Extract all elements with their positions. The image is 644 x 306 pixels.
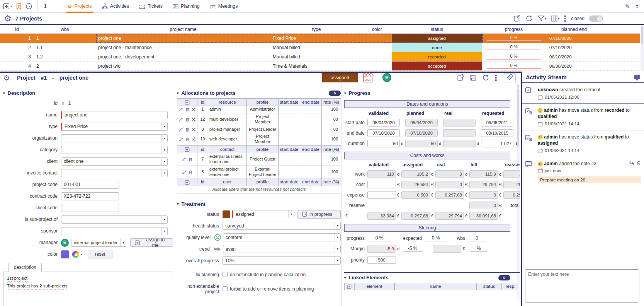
filter-icon[interactable]: ▾ [537, 15, 546, 22]
in-progress-button[interactable]: in progress [297, 210, 341, 219]
delete-icon[interactable] [185, 117, 190, 122]
edit-icon[interactable] [182, 157, 187, 162]
expense-validated-field[interactable] [367, 191, 396, 199]
collapse-triangle-icon[interactable]: ▾ [3, 91, 5, 95]
sub-project-select[interactable]: ▾ [61, 215, 168, 224]
quality-level-select[interactable]: ▾ [223, 233, 341, 241]
end-requested-field[interactable] [481, 129, 513, 137]
delete-icon[interactable] [188, 170, 193, 174]
non-extendable-checkbox[interactable] [223, 286, 228, 291]
collapse-triangle-icon[interactable]: ▾ [177, 91, 179, 95]
color-wheel-icon[interactable] [72, 251, 79, 258]
client-code-field[interactable] [61, 204, 119, 212]
chevron-down-icon[interactable]: ▾ [161, 135, 167, 142]
table-scrollbar[interactable] [641, 26, 644, 71]
chevron-down-icon[interactable]: ▾ [161, 123, 167, 130]
list-menu-kebab-icon[interactable] [564, 15, 566, 22]
new-element-caret-icon[interactable]: ▾ [10, 5, 12, 8]
chevron-down-icon[interactable]: ▾ [335, 222, 340, 229]
chevron-down-icon[interactable]: ▾ [335, 257, 340, 264]
add-contact-button[interactable] [185, 147, 190, 152]
columns-icon[interactable]: ▾ [551, 15, 559, 22]
project-code-field[interactable] [61, 181, 119, 189]
edit-icon[interactable] [179, 107, 184, 112]
category-select[interactable]: ▾ [61, 146, 168, 154]
priority-field[interactable] [367, 256, 396, 264]
add-project-icon[interactable] [513, 15, 521, 22]
client-select[interactable]: ▾ [61, 157, 168, 166]
name-field[interactable] [61, 111, 168, 119]
color-caret-icon[interactable]: ▾ [81, 253, 82, 256]
health-status-select[interactable]: ▾ [223, 222, 341, 230]
save-icon[interactable] [470, 74, 477, 81]
collapse-triangle-icon[interactable]: ▾ [344, 276, 346, 280]
assign-to-me-button[interactable]: assign to me [130, 238, 173, 247]
edit-pencil-icon[interactable]: ✎ [625, 3, 630, 10]
trend-select[interactable]: ▾ [223, 245, 341, 253]
collapse-expand-spinner[interactable]: ▲▼ [636, 3, 639, 9]
edit-icon[interactable] [179, 127, 184, 132]
transfer-icon[interactable] [191, 127, 196, 132]
edit-icon[interactable] [182, 170, 187, 174]
end-validated-field[interactable] [367, 129, 400, 137]
start-validated-field[interactable] [367, 119, 400, 127]
table-row-project-1[interactable]: 1 1 project one Fixed Price assigned 0 %… [0, 34, 640, 43]
description-tab[interactable]: description [8, 263, 42, 272]
add-resource-button[interactable] [185, 100, 190, 104]
table-row-project-3[interactable]: 3 1.2 project one - developement Manual … [0, 52, 640, 62]
activity-note-input[interactable] [525, 269, 639, 303]
tab-projects[interactable]: ⚙Projects [63, 0, 97, 13]
refresh-detail-icon[interactable] [482, 74, 489, 81]
chevron-down-icon[interactable]: ▾ [335, 234, 340, 241]
reply-icon[interactable] [629, 161, 634, 166]
new-element-button[interactable]: ▾ [3, 3, 12, 10]
chevron-down-icon[interactable]: ▾ [161, 158, 167, 165]
contract-code-field[interactable] [61, 192, 119, 200]
tab-activities[interactable]: Activities [97, 0, 134, 13]
tab-planning[interactable]: Planning [168, 0, 205, 13]
table-row-project-2[interactable]: 2 1.1 project one - maintenance Manual b… [0, 43, 640, 52]
status-select[interactable]: ▾ [232, 210, 294, 218]
tab-meetings[interactable]: Meetings [205, 0, 243, 13]
chevron-down-icon[interactable]: ▾ [288, 210, 294, 218]
collapse-triangle-icon[interactable]: ▾ [344, 91, 346, 95]
chevron-down-icon[interactable]: ▾ [161, 227, 167, 235]
add-new-icon[interactable] [457, 74, 464, 81]
add-user-button[interactable] [185, 179, 190, 184]
bookmark-icon[interactable] [15, 3, 22, 10]
chevron-down-icon[interactable]: ▾ [161, 169, 167, 177]
invoice-contact-select[interactable]: ▾ [61, 169, 168, 177]
duration-validated-field[interactable] [367, 140, 400, 147]
refresh-list-icon[interactable] [525, 15, 533, 22]
overall-progress-select[interactable]: ▾ [223, 256, 341, 265]
history-icon[interactable] [25, 3, 32, 10]
sponsor-select[interactable]: ▾ [61, 227, 168, 235]
table-row-project-4[interactable]: 4 2 project two Time & Materials accepte… [0, 62, 640, 71]
chevron-down-icon[interactable]: ▾ [335, 245, 340, 253]
attachment-paperclip-icon[interactable] [503, 73, 516, 82]
delete-icon[interactable] [185, 137, 190, 142]
delete-icon[interactable] [185, 107, 190, 112]
collapse-triangle-icon[interactable]: ▾ [177, 202, 179, 206]
duration-requested-field[interactable] [481, 140, 513, 147]
chevron-down-icon[interactable]: ▾ [120, 239, 126, 246]
delete-icon[interactable] [188, 157, 193, 162]
transfer-icon[interactable] [191, 107, 196, 112]
monitor-icon[interactable] [634, 74, 641, 80]
closed-toggle[interactable] [589, 15, 603, 22]
transfer-icon[interactable] [191, 137, 196, 142]
tab-tickets[interactable]: Tickets [134, 0, 168, 13]
edit-icon[interactable] [179, 137, 184, 142]
project-color-swatch[interactable] [61, 250, 69, 258]
transfer-icon[interactable] [191, 117, 196, 122]
fix-planning-checkbox[interactable] [223, 272, 228, 277]
organization-select[interactable]: ▾ [61, 134, 168, 142]
reset-color-button[interactable]: reset [88, 250, 112, 258]
delete-note-icon[interactable] [636, 161, 641, 166]
add-linked-element-button[interactable] [347, 284, 352, 289]
detail-menu-kebab-icon[interactable] [495, 74, 497, 81]
cost-validated-field[interactable] [367, 181, 396, 188]
status-color-swatch[interactable] [223, 210, 230, 218]
description-text-box[interactable]: 1st project This project has 2 sub-proje… [3, 272, 173, 306]
chevron-down-icon[interactable]: ▾ [161, 216, 167, 223]
